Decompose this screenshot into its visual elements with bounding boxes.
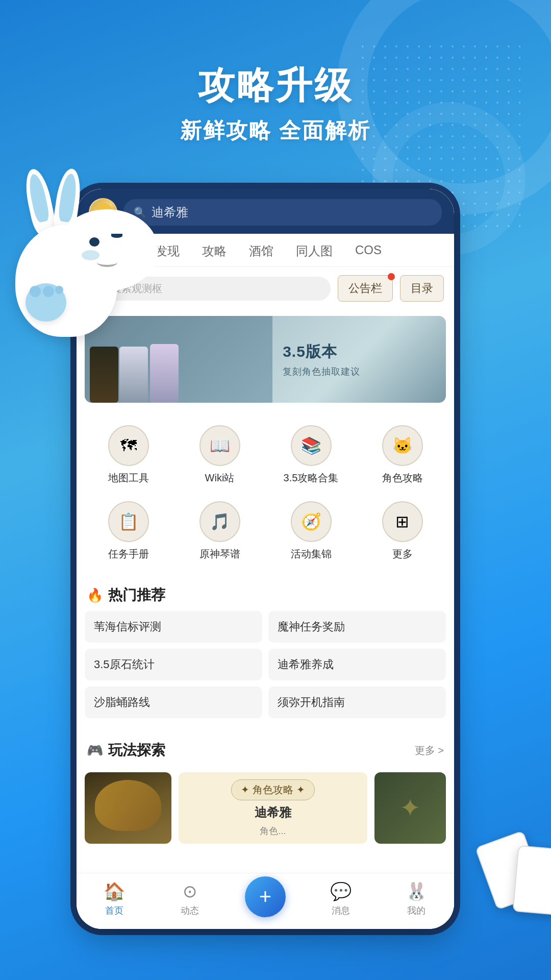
nav-messages-label: 消息 — [332, 904, 350, 917]
deco-card-2 — [513, 845, 551, 916]
bottom-navigation: 🏠 首页 ⊙ 动态 + 💬 消息 🐰 我的 — [77, 873, 454, 929]
hot-section-header: 🔥 热门推荐 — [77, 576, 454, 611]
main-title: 攻略升级 — [0, 61, 551, 110]
header-section: 攻略升级 新鲜攻略 全面解析 — [0, 61, 551, 145]
tool-events-icon: 🧭 — [291, 501, 332, 542]
tool-quest[interactable]: 📋 任务手册 — [85, 495, 172, 567]
nav-home-label: 首页 — [105, 904, 123, 917]
hot-title: 热门推荐 — [108, 585, 165, 605]
gameplay-more[interactable]: 更多 > — [415, 744, 444, 757]
home-icon: 🏠 — [104, 881, 125, 901]
tool-char-guide[interactable]: 🐱 角色攻略 — [359, 419, 446, 491]
hot-item-0[interactable]: 苇海信标评测 — [85, 611, 262, 643]
nav-feed-label: 动态 — [181, 904, 199, 917]
gameplay-icon: 🎮 — [87, 743, 103, 758]
bunny-eye-right — [111, 234, 122, 238]
tool-music-label: 原神琴谱 — [199, 547, 240, 561]
tool-guide35[interactable]: 📚 3.5攻略合集 — [267, 419, 355, 491]
bunny-ear-inner-right — [58, 173, 79, 223]
gameplay-card-char-img[interactable] — [85, 772, 171, 844]
banner-char-3 — [150, 344, 179, 403]
bunny-face — [56, 209, 158, 291]
tools-grid: 🗺 地图工具 📖 Wiki站 📚 3.5攻略合集 🐱 角色攻略 📋 任务手册 🎵 — [77, 409, 454, 571]
search-query: 迪希雅 — [152, 204, 188, 220]
search-bar[interactable]: 🔍 迪希雅 — [123, 199, 442, 226]
hot-item-2[interactable]: 3.5原石统计 — [85, 649, 262, 680]
banner-version: 3.5版本 — [283, 341, 436, 362]
tool-quest-icon: 📋 — [108, 501, 149, 542]
bunny-ear-inner-left — [27, 173, 51, 223]
gameplay-char-sub: 角色... — [260, 825, 286, 837]
tool-map[interactable]: 🗺 地图工具 — [85, 419, 172, 491]
hot-item-5[interactable]: 须弥开机指南 — [268, 687, 446, 718]
tool-char-guide-label: 角色攻略 — [382, 471, 423, 485]
banner-description: 复刻角色抽取建议 — [283, 365, 436, 378]
tool-quest-label: 任务手册 — [108, 547, 149, 561]
banner-char-2 — [119, 347, 148, 403]
hot-item-4[interactable]: 沙脂蛹路线 — [85, 687, 262, 718]
tool-wiki[interactable]: 📖 Wiki站 — [176, 419, 263, 491]
hot-item-1[interactable]: 魔神任务奖励 — [268, 611, 446, 643]
gameplay-cards: ✦ 角色攻略 ✦ 迪希雅 角色... — [77, 766, 454, 852]
message-icon: 💬 — [330, 881, 352, 901]
nav-add[interactable]: + — [240, 876, 291, 921]
hot-icon: 🔥 — [87, 587, 103, 603]
add-button[interactable]: + — [245, 876, 286, 917]
hot-item-3[interactable]: 迪希雅养成 — [268, 649, 446, 680]
tool-char-guide-icon: 🐱 — [382, 425, 423, 466]
add-icon: + — [259, 885, 272, 909]
bunny-eye-left — [89, 237, 99, 247]
tool-guide35-label: 3.5攻略合集 — [284, 471, 339, 485]
banner-text: 3.5版本 复刻角色抽取建议 — [272, 316, 446, 403]
tab-gonglue[interactable]: 攻略 — [191, 234, 238, 266]
bunny-mouth — [97, 258, 117, 267]
nav-profile[interactable]: 🐰 我的 — [391, 881, 442, 917]
notice-badge — [388, 273, 395, 280]
nav-profile-label: 我的 — [407, 904, 425, 917]
catalog-button[interactable]: 目录 — [400, 275, 444, 302]
bunny-paw — [26, 283, 66, 322]
gameplay-role-tag: ✦ 角色攻略 ✦ — [231, 779, 315, 800]
nav-feed[interactable]: ⊙ 动态 — [164, 881, 215, 917]
nav-home[interactable]: 🏠 首页 — [89, 881, 140, 917]
gameplay-char-img — [85, 772, 171, 844]
nav-messages[interactable]: 💬 消息 — [315, 881, 366, 917]
tool-music-icon: 🎵 — [199, 501, 240, 542]
gameplay-card-right[interactable] — [374, 772, 446, 844]
tool-more-icon: ⊞ — [382, 501, 423, 542]
tool-music[interactable]: 🎵 原神琴谱 — [176, 495, 263, 567]
gameplay-section-header: 🎮 玩法探索 更多 > — [77, 731, 454, 766]
hot-grid: 苇海信标评测 魔神任务奖励 3.5原石统计 迪希雅养成 沙脂蛹路线 须弥开机指南 — [77, 611, 454, 726]
tool-guide35-icon: 📚 — [291, 425, 332, 466]
bunny-ear-left — [21, 167, 58, 237]
feed-icon: ⊙ — [183, 881, 197, 901]
tool-more-label: 更多 — [392, 547, 413, 561]
gameplay-card-info[interactable]: ✦ 角色攻略 ✦ 迪希雅 角色... — [179, 772, 367, 844]
gameplay-section: 🎮 玩法探索 更多 > ✦ 角色攻略 ✦ 迪希雅 角色... — [77, 731, 454, 852]
bunny-body — [15, 225, 117, 337]
tab-tongruntu[interactable]: 同人图 — [285, 234, 344, 266]
notice-button[interactable]: 公告栏 — [338, 275, 393, 302]
profile-icon: 🐰 — [406, 881, 427, 901]
tool-map-label: 地图工具 — [108, 471, 149, 485]
gameplay-char-name: 迪希雅 — [255, 804, 291, 821]
main-subtitle: 新鲜攻略 全面解析 — [0, 116, 551, 145]
banner-char-1 — [90, 347, 118, 403]
tool-wiki-label: Wiki站 — [205, 471, 235, 485]
tab-cos[interactable]: COS — [344, 234, 393, 266]
tool-events-label: 活动集锦 — [291, 547, 332, 561]
tool-wiki-icon: 📖 — [199, 425, 240, 466]
bunny-mascot — [0, 143, 148, 337]
gameplay-title: 玩法探索 — [108, 741, 165, 760]
tab-jiuguan[interactable]: 酒馆 — [238, 234, 285, 266]
tool-map-icon: 🗺 — [108, 425, 149, 466]
tool-more[interactable]: ⊞ 更多 — [359, 495, 446, 567]
tool-events[interactable]: 🧭 活动集锦 — [267, 495, 355, 567]
